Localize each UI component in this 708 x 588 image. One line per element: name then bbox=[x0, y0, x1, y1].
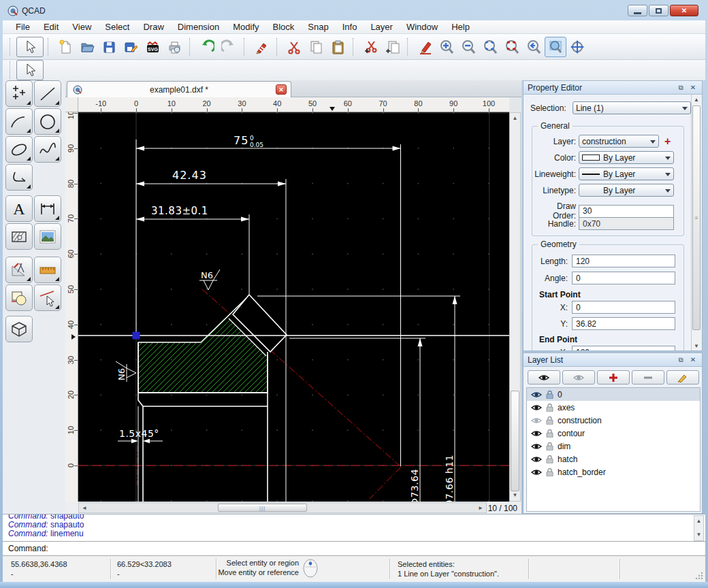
canvas-horizontal-scrollbar[interactable]: ◄ ||| ► bbox=[78, 502, 487, 513]
history-scrollbar[interactable]: ▲ ▼ bbox=[694, 515, 704, 541]
layer-combobox[interactable]: construction bbox=[579, 135, 659, 148]
svg-export-button[interactable]: SVG bbox=[142, 37, 163, 57]
layer-row-axes[interactable]: axes bbox=[527, 401, 700, 414]
hide-all-layers-button[interactable] bbox=[562, 370, 595, 385]
minimize-button[interactable] bbox=[628, 5, 647, 16]
horizontal-scroll-thumb[interactable]: ||| bbox=[218, 504, 307, 512]
arc-tool[interactable] bbox=[5, 108, 33, 135]
undo-button[interactable] bbox=[196, 37, 218, 57]
menu-edit[interactable]: Edit bbox=[37, 20, 65, 33]
close-panel-icon[interactable]: ✕ bbox=[688, 355, 698, 365]
float-panel-icon[interactable]: ⧉ bbox=[676, 355, 686, 365]
scroll-up-icon[interactable]: ▲ bbox=[510, 114, 520, 123]
save-button[interactable] bbox=[98, 37, 120, 57]
edit-layer-button[interactable] bbox=[666, 370, 699, 385]
show-all-layers-button[interactable] bbox=[528, 370, 560, 385]
drawing-canvas[interactable]: 75 0 0.05 42.43 31.83±0.1 1.5x45° Φ73.64… bbox=[78, 112, 509, 502]
zoom-out-button[interactable] bbox=[457, 37, 479, 57]
selection-pointer-button[interactable] bbox=[16, 60, 44, 80]
menu-file[interactable]: File bbox=[10, 20, 36, 33]
zoom-in-button[interactable] bbox=[436, 37, 457, 57]
circle-tool[interactable] bbox=[34, 108, 61, 135]
hatch-tool[interactable] bbox=[5, 223, 33, 250]
previous-view-button[interactable] bbox=[523, 37, 545, 57]
close-button[interactable]: ✕ bbox=[670, 5, 698, 16]
scroll-down-icon[interactable]: ▼ bbox=[692, 342, 701, 351]
menu-modify[interactable]: Modify bbox=[227, 20, 265, 33]
scroll-right-icon[interactable]: ► bbox=[477, 503, 485, 513]
layer-row-hatch-border[interactable]: hatch_border bbox=[527, 466, 700, 478]
tab-close-button[interactable]: ✕ bbox=[276, 84, 287, 95]
layer-row-construction[interactable]: construction bbox=[527, 414, 700, 427]
angle-input[interactable]: 0 bbox=[572, 272, 675, 284]
image-tool[interactable] bbox=[34, 223, 61, 250]
layer-row-hatch[interactable]: hatch bbox=[527, 453, 700, 466]
cut-with-reference-button[interactable] bbox=[359, 37, 381, 57]
auto-zoom-button[interactable] bbox=[479, 37, 501, 57]
layer-row-0[interactable]: 0 bbox=[527, 388, 700, 401]
start-y-input[interactable]: 36.82 bbox=[572, 317, 675, 330]
command-input-line[interactable]: Command: bbox=[3, 541, 705, 556]
length-input[interactable]: 120 bbox=[572, 255, 675, 267]
layer-row-contour[interactable]: contour bbox=[527, 427, 700, 440]
property-editor-scrollbar[interactable]: ▲ ≡ ▼ bbox=[691, 95, 702, 351]
start-x-input[interactable]: 0 bbox=[572, 301, 675, 314]
maximize-button[interactable] bbox=[649, 5, 669, 16]
redo-button[interactable] bbox=[218, 37, 240, 57]
end-x-input[interactable]: 120 bbox=[572, 346, 675, 351]
close-panel-icon[interactable]: ✕ bbox=[688, 83, 698, 93]
info-measure-tool[interactable] bbox=[5, 257, 33, 283]
menu-block[interactable]: Block bbox=[267, 20, 301, 33]
scroll-left-icon[interactable]: ◄ bbox=[80, 503, 88, 513]
modify-tool[interactable] bbox=[34, 284, 61, 311]
pan-zoom-button[interactable] bbox=[566, 37, 588, 57]
menu-draw[interactable]: Draw bbox=[137, 20, 170, 33]
scroll-thumb[interactable]: ≡ bbox=[692, 105, 701, 330]
layer-row-dim[interactable]: dim bbox=[527, 440, 700, 453]
selection-tool-button[interactable] bbox=[16, 37, 44, 57]
add-layer-button[interactable] bbox=[597, 370, 630, 385]
menu-select[interactable]: Select bbox=[99, 20, 135, 33]
redraw-button[interactable] bbox=[251, 37, 272, 57]
add-layer-button[interactable]: + bbox=[664, 135, 671, 148]
print-preview-button[interactable] bbox=[163, 37, 185, 57]
remove-layer-button[interactable] bbox=[632, 370, 664, 385]
spline-tool[interactable] bbox=[34, 136, 61, 163]
menu-window[interactable]: Window bbox=[400, 20, 444, 33]
open-file-button[interactable] bbox=[76, 37, 98, 57]
dimension-tool[interactable] bbox=[34, 195, 61, 222]
menu-info[interactable]: Info bbox=[336, 20, 364, 33]
selection-handle[interactable] bbox=[133, 332, 140, 340]
cut-button[interactable] bbox=[283, 37, 305, 57]
copy-button[interactable] bbox=[305, 37, 327, 57]
menu-snap[interactable]: Snap bbox=[302, 20, 334, 33]
scroll-down-icon[interactable]: ▼ bbox=[510, 491, 520, 500]
document-tab[interactable]: example01.dxf * ✕ bbox=[67, 81, 291, 97]
ruler-tool[interactable] bbox=[34, 257, 61, 283]
lineweight-combobox[interactable]: By Layer bbox=[579, 167, 674, 180]
menu-view[interactable]: View bbox=[66, 20, 97, 33]
block-tool[interactable] bbox=[5, 284, 33, 311]
titlebar[interactable]: QCAD ✕ bbox=[0, 0, 708, 20]
scroll-down-icon[interactable]: ▼ bbox=[694, 530, 703, 540]
new-file-button[interactable] bbox=[54, 37, 76, 57]
copy-with-reference-button[interactable] bbox=[381, 37, 403, 57]
selection-combobox[interactable]: Line (1) bbox=[573, 101, 691, 114]
linetype-combobox[interactable]: By Layer bbox=[579, 184, 674, 197]
solid-3d-tool[interactable] bbox=[5, 316, 33, 342]
menu-layer[interactable]: Layer bbox=[364, 20, 399, 33]
menu-help[interactable]: Help bbox=[445, 20, 476, 33]
color-combobox[interactable]: By Layer bbox=[579, 151, 674, 164]
line-tool[interactable] bbox=[34, 80, 61, 107]
zoom-to-selection-button[interactable] bbox=[501, 37, 523, 57]
draw-pencil-button[interactable] bbox=[414, 37, 436, 57]
window-zoom-button[interactable] bbox=[545, 37, 566, 57]
save-as-button[interactable] bbox=[120, 37, 142, 57]
property-editor-titlebar[interactable]: Property Editor ⧉ ✕ bbox=[524, 81, 702, 95]
point-tool[interactable] bbox=[5, 80, 33, 107]
resize-grip-icon[interactable] bbox=[695, 572, 703, 580]
text-tool[interactable]: A bbox=[5, 195, 33, 222]
paste-button[interactable] bbox=[327, 37, 349, 57]
scroll-up-icon[interactable]: ▲ bbox=[694, 517, 703, 526]
polyline-tool[interactable] bbox=[5, 164, 33, 191]
